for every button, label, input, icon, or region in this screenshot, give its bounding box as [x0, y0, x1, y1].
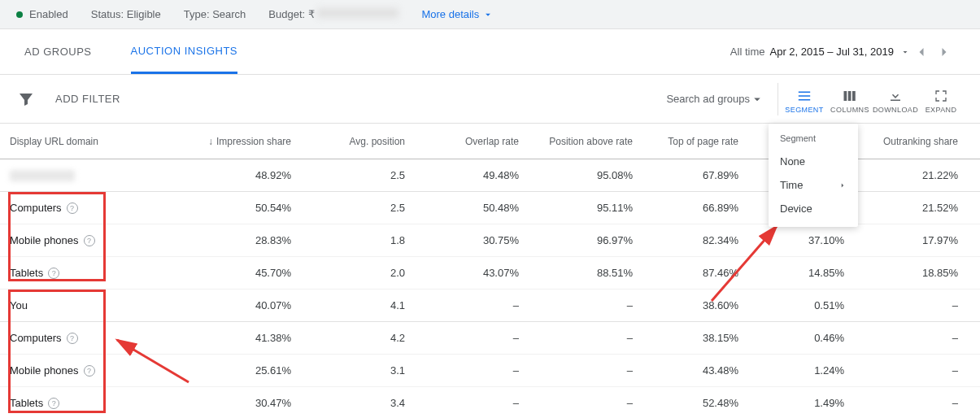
cell-value: 17.97% [854, 234, 968, 246]
segment-popup: Segment None Time Device [769, 124, 858, 227]
cell-value: 1.24% [748, 364, 854, 377]
help-icon[interactable]: ? [48, 268, 59, 279]
cell-value: 38.60% [642, 299, 748, 311]
type-item: Type: Search [184, 8, 246, 20]
cell-value: 2.5 [301, 202, 415, 214]
more-details-link[interactable]: More details [421, 8, 494, 20]
cell-value: – [529, 299, 642, 311]
table-row: You40.07%4.1––38.60%0.51%– [0, 290, 980, 322]
cell-domain: Mobile phones? [0, 364, 179, 377]
cell-value: – [529, 364, 642, 377]
cell-value: 87.46% [642, 267, 748, 279]
cell-value: 48.92% [179, 169, 301, 181]
tab-bar: AD GROUPS AUCTION INSIGHTS All time Apr … [0, 29, 980, 75]
help-icon[interactable]: ? [67, 202, 78, 214]
filter-icon[interactable] [16, 89, 36, 109]
date-next-button[interactable] [933, 41, 956, 63]
cell-domain: You [0, 299, 179, 311]
date-prev-button[interactable] [910, 41, 933, 63]
cell-value: – [415, 299, 529, 311]
cell-value: 2.5 [301, 169, 415, 181]
cell-value: – [529, 397, 642, 409]
cell-domain: Tablets? [0, 267, 179, 279]
download-icon [888, 89, 903, 103]
help-icon[interactable]: ? [84, 365, 95, 377]
col-outranking[interactable]: Outranking share [854, 136, 968, 147]
table-row: Mobile phones?25.61%3.1––43.48%1.24%– [0, 355, 980, 387]
cell-domain: Computers? [0, 202, 179, 214]
cell-value: 38.15% [642, 332, 748, 344]
col-overlap-rate[interactable]: Overlap rate [415, 136, 529, 147]
cell-value: – [854, 332, 968, 344]
dropdown-triangle-icon [750, 92, 764, 107]
cell-value: – [415, 397, 529, 409]
status-item: Status: Eligible [91, 8, 161, 20]
cell-value: 96.97% [529, 234, 642, 246]
date-range-control[interactable]: All time Apr 2, 2015 – Jul 31, 2019 [730, 41, 956, 63]
cell-value: 21.22% [854, 169, 968, 181]
cell-value: 0.51% [748, 299, 854, 311]
help-icon[interactable]: ? [84, 235, 95, 246]
table-row: Computers?41.38%4.2––38.15%0.46%– [0, 322, 980, 355]
cell-value: 45.70% [179, 267, 301, 279]
col-avg-position[interactable]: Avg. position [301, 136, 415, 147]
cell-value: – [415, 332, 529, 344]
status-dot-icon [16, 11, 23, 18]
segment-icon [796, 89, 812, 102]
cell-value: 25.61% [179, 364, 301, 377]
col-top-of-page[interactable]: Top of page rate [642, 136, 748, 147]
budget-item: Budget: ₹ [268, 8, 399, 20]
enabled-label: Enabled [29, 8, 68, 20]
help-icon[interactable]: ? [67, 333, 78, 344]
cell-value: 67.89% [642, 169, 748, 181]
cell-value: – [854, 364, 968, 377]
cell-value: 41.38% [179, 332, 301, 344]
expand-tool-button[interactable]: EXPAND [918, 85, 964, 114]
cell-domain: Mobile phones? [0, 234, 179, 246]
cell-value: 4.1 [301, 299, 415, 311]
dropdown-triangle-icon [900, 47, 910, 57]
col-position-above[interactable]: Position above rate [529, 136, 642, 147]
col-domain[interactable]: Display URL domain [0, 136, 179, 147]
help-icon[interactable]: ? [48, 398, 59, 409]
segment-option-device[interactable]: Device [769, 197, 858, 220]
cell-value: 88.51% [529, 267, 642, 279]
cell-value: 2.0 [301, 267, 415, 279]
add-filter-button[interactable]: ADD FILTER [55, 93, 120, 105]
cell-domain: Tablets? [0, 397, 179, 409]
download-tool-button[interactable]: DOWNLOAD [873, 85, 918, 114]
chevron-down-icon [482, 9, 494, 20]
segment-tool-button[interactable]: SEGMENT [782, 85, 827, 114]
svg-rect-0 [844, 91, 847, 101]
cell-value: 50.54% [179, 202, 301, 214]
tab-auction-insights[interactable]: AUCTION INSIGHTS [131, 30, 238, 74]
cell-value: 95.08% [529, 169, 642, 181]
cell-value: 0.46% [748, 332, 854, 344]
redacted-domain [10, 170, 75, 181]
tab-ad-groups[interactable]: AD GROUPS [24, 31, 92, 72]
cell-value: 37.10% [748, 234, 854, 246]
cell-domain: Computers? [0, 332, 179, 344]
divider [777, 83, 778, 115]
segment-option-none[interactable]: None [769, 150, 858, 173]
cell-value: 4.2 [301, 332, 415, 344]
cell-value: 95.11% [529, 202, 642, 214]
cell-value: 1.49% [748, 397, 854, 409]
cell-value: 82.34% [642, 234, 748, 246]
cell-value: 21.52% [854, 202, 968, 214]
cell-value: 1.8 [301, 234, 415, 246]
svg-rect-2 [852, 91, 856, 101]
cell-value: 3.1 [301, 364, 415, 377]
columns-tool-button[interactable]: COLUMNS [827, 85, 873, 114]
cell-value: – [529, 332, 642, 344]
budget-value-redacted [317, 8, 399, 18]
search-ad-groups-dropdown[interactable]: Search ad groups [666, 92, 764, 107]
cell-value: 3.4 [301, 397, 415, 409]
cell-value: 49.48% [415, 169, 529, 181]
cell-value: 52.48% [642, 397, 748, 409]
segment-option-time[interactable]: Time [769, 173, 858, 197]
cell-domain [0, 170, 179, 181]
cell-value: 28.83% [179, 234, 301, 246]
expand-icon [934, 89, 947, 102]
col-impression-share[interactable]: ↓Impression share [179, 136, 301, 147]
